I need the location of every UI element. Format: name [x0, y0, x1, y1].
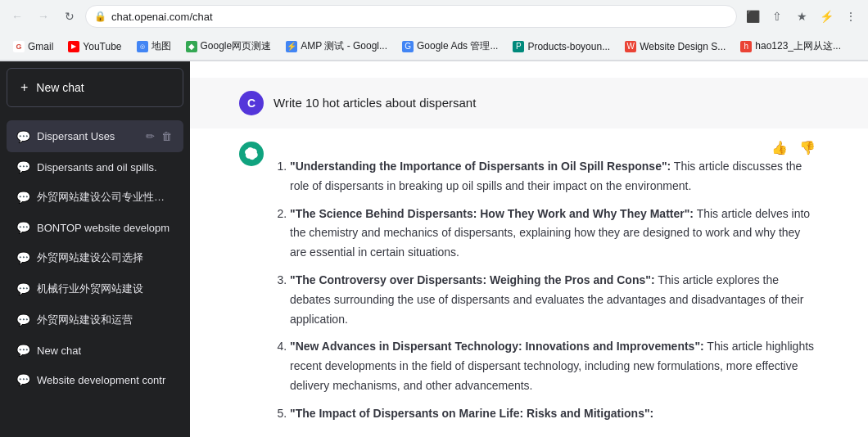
- article-item-2: "The Science Behind Dispersants: How The…: [290, 205, 819, 263]
- bookmark-label-maps: 地图: [151, 39, 171, 53]
- favicon-products: P: [513, 41, 524, 52]
- bookmark-item-products[interactable]: PProducts-boyoun...: [506, 36, 617, 57]
- favicon-amp-test: ⚡: [286, 41, 297, 52]
- sidebar-item-label: 外贸网站建设公司选择: [37, 250, 174, 265]
- thumbs-up-button[interactable]: 👍: [768, 138, 791, 157]
- bookmark-item-hao123[interactable]: hhao123_上网从这...: [734, 36, 848, 57]
- bookmark-item-google-maps-test[interactable]: ◆Google网页测速: [179, 36, 278, 57]
- bookmark-button[interactable]: ★: [791, 6, 812, 27]
- user-avatar: C: [239, 91, 264, 115]
- assistant-message: 👍 👎 "Understanding the Importance of Dis…: [190, 128, 868, 437]
- assistant-avatar: [239, 142, 264, 166]
- user-message: C Write 10 hot articles about dispersant: [190, 78, 868, 128]
- sidebar-item-dispersant-uses[interactable]: 💬 Dispersant Uses ✏ 🗑: [7, 120, 183, 152]
- bookmark-label-youtube: YouTube: [83, 41, 121, 52]
- sidebar-item-label: 外贸网站建设公司专业性判断: [37, 190, 174, 205]
- bookmarks-bar: GGmail▶YouTube◎地图◆Google网页测速⚡AMP 测试 - Go…: [0, 33, 868, 61]
- sidebar-items: 💬 Dispersant Uses ✏ 🗑 💬 Dispersants and …: [0, 114, 190, 437]
- favicon-google-ads: G: [402, 41, 414, 52]
- sidebar-item-label: 机械行业外贸网站建设: [37, 282, 174, 296]
- bookmark-label-google-maps-test: Google网页测速: [201, 39, 272, 53]
- bookmark-label-google-ads: Google Ads 管理...: [417, 39, 498, 53]
- new-chat-button[interactable]: + New chat: [7, 68, 183, 107]
- chat-icon: 💬: [16, 191, 30, 204]
- sidebar-item-website-dev-contrib[interactable]: 💬 Website development contr: [7, 365, 183, 394]
- chat-icon: 💬: [16, 313, 30, 327]
- chat-icon: 💬: [16, 221, 30, 234]
- chat-icon: 💬: [16, 251, 30, 264]
- bookmark-item-maps[interactable]: ◎地图: [130, 36, 178, 57]
- sidebar-item-waistcoat-site[interactable]: 💬 外贸网站建设公司专业性判断: [7, 182, 183, 213]
- chat-area: C Write 10 hot articles about dispersant…: [190, 61, 868, 437]
- edit-chat-button[interactable]: ✏: [144, 128, 156, 144]
- sidebar-item-label: 外贸网站建设和运营: [37, 313, 174, 327]
- user-message-text: Write 10 hot articles about dispersant: [274, 91, 476, 113]
- chat-icon: 💬: [16, 373, 30, 386]
- reload-button[interactable]: ↻: [59, 6, 80, 27]
- cast-button[interactable]: ⬛: [742, 6, 763, 27]
- bookmark-label-gmail: Gmail: [28, 41, 53, 52]
- chat-icon: 💬: [16, 130, 30, 143]
- article-item-5: "The Impact of Dispersants on Marine Lif…: [290, 404, 819, 424]
- bookmark-item-youtube[interactable]: ▶YouTube: [61, 36, 128, 57]
- sidebar-item-waistcoat-choose[interactable]: 💬 外贸网站建设公司选择: [7, 242, 183, 273]
- sidebar-item-label: Website development contr: [37, 374, 174, 386]
- share-button[interactable]: ⇧: [766, 6, 788, 27]
- sidebar-item-website-ops[interactable]: 💬 外贸网站建设和运营: [7, 304, 183, 336]
- sidebar-item-bontop-website[interactable]: 💬 BONTOP website developm: [7, 213, 183, 242]
- message-vote-actions: 👍 👎: [768, 138, 819, 157]
- lock-icon: 🔒: [94, 11, 106, 22]
- chat-icon: 💬: [16, 160, 30, 173]
- article-item-3: "The Controversy over Dispersants: Weigh…: [290, 271, 819, 329]
- new-chat-label: New chat: [36, 81, 84, 94]
- address-text: chat.openai.com/chat: [111, 11, 213, 23]
- favicon-website-design: W: [625, 41, 636, 52]
- favicon-gmail: G: [13, 41, 25, 52]
- browser-chrome: ← → ↻ 🔒 chat.openai.com/chat ⬛ ⇧ ★ ⚡ ⋮ G…: [0, 0, 868, 61]
- sidebar-item-label: New chat: [37, 345, 174, 357]
- favicon-hao123: h: [740, 41, 752, 52]
- item-actions: ✏ 🗑: [144, 128, 174, 144]
- chat-icon: 💬: [16, 282, 30, 295]
- app-layout: + New chat 💬 Dispersant Uses ✏ 🗑 💬 Dispe…: [0, 61, 868, 437]
- bookmark-label-hao123: hao123_上网从这...: [755, 39, 841, 53]
- bookmark-label-amp-test: AMP 测试 - Googl...: [301, 39, 387, 53]
- sidebar-item-label: Dispersants and oil spills.: [37, 161, 174, 173]
- bookmark-item-gmail[interactable]: GGmail: [7, 36, 60, 57]
- sidebar-item-dispersants-oil[interactable]: 💬 Dispersants and oil spills.: [7, 152, 183, 182]
- sidebar-item-label: Dispersant Uses: [37, 130, 138, 142]
- browser-toolbar: ← → ↻ 🔒 chat.openai.com/chat ⬛ ⇧ ★ ⚡ ⋮: [0, 0, 868, 33]
- sidebar: + New chat 💬 Dispersant Uses ✏ 🗑 💬 Dispe…: [0, 61, 190, 437]
- forward-button[interactable]: →: [33, 6, 54, 27]
- main-content: C Write 10 hot articles about dispersant…: [190, 61, 868, 437]
- sidebar-item-new-chat-2[interactable]: 💬 New chat: [7, 336, 183, 365]
- address-bar[interactable]: 🔒 chat.openai.com/chat: [85, 5, 737, 28]
- sidebar-item-machinery-website[interactable]: 💬 机械行业外贸网站建设: [7, 273, 183, 304]
- assistant-content: 👍 👎 "Understanding the Importance of Dis…: [274, 142, 819, 432]
- toolbar-actions: ⬛ ⇧ ★ ⚡ ⋮: [742, 6, 861, 27]
- article-item-4: "New Advances in Dispersant Technology: …: [290, 337, 819, 395]
- menu-button[interactable]: ⋮: [840, 6, 861, 27]
- bookmark-label-products: Products-boyoun...: [527, 41, 610, 52]
- chat-icon: 💬: [16, 344, 30, 357]
- bookmark-label-website-design: Website Design S...: [640, 41, 726, 52]
- delete-chat-button[interactable]: 🗑: [160, 128, 174, 144]
- thumbs-down-button[interactable]: 👎: [796, 138, 819, 157]
- message-body: "Understanding the Importance of Dispers…: [274, 157, 819, 424]
- favicon-maps: ◎: [137, 41, 148, 52]
- extensions-button[interactable]: ⚡: [816, 6, 837, 27]
- favicon-youtube: ▶: [68, 41, 79, 52]
- back-button[interactable]: ←: [7, 6, 28, 27]
- bookmark-item-amp-test[interactable]: ⚡AMP 测试 - Googl...: [279, 36, 394, 57]
- sidebar-item-label: BONTOP website developm: [37, 222, 174, 234]
- plus-icon: +: [20, 80, 28, 95]
- bookmark-item-website-design[interactable]: WWebsite Design S...: [618, 36, 732, 57]
- bookmark-item-google-ads[interactable]: GGoogle Ads 管理...: [396, 36, 504, 57]
- favicon-google-maps-test: ◆: [186, 41, 197, 52]
- article-item-1: "Understanding the Importance of Dispers…: [290, 157, 819, 196]
